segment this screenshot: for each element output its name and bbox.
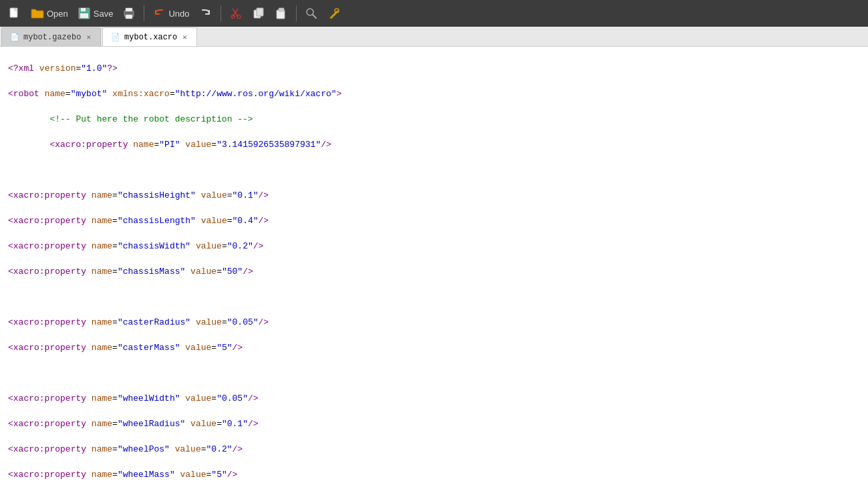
undo-label: Undo [168, 9, 189, 19]
tab-xacro-close[interactable]: ✕ [181, 33, 188, 41]
undo-icon [152, 7, 166, 20]
tab-gazebo-icon: 📄 [10, 33, 19, 41]
open-button[interactable]: Open [27, 4, 72, 23]
separator-2 [221, 5, 221, 21]
svg-rect-12 [279, 8, 284, 11]
tabs-bar: 📄 mybot.gazebo ✕ 📄 mybot.xacro ✕ [0, 27, 868, 47]
code-line-8: <xacro:property name="chassisWidth" valu… [0, 240, 868, 253]
toolbar: Open Save Undo [0, 0, 868, 27]
code-line-1: <?xml version="1.0"?> [0, 62, 868, 75]
copy-icon [252, 7, 265, 20]
separator-1 [144, 5, 144, 21]
svg-rect-5 [126, 8, 132, 11]
svg-line-14 [313, 15, 316, 18]
code-line-4: <xacro:property name="PI" value="3.14159… [0, 138, 868, 151]
tab-mybot-gazebo[interactable]: 📄 mybot.gazebo ✕ [1, 27, 101, 46]
save-label: Save [94, 9, 114, 19]
save-icon [78, 7, 91, 20]
tab-xacro-label: mybot.xacro [124, 33, 177, 42]
code-line-9: <xacro:property name="chassisMass" value… [0, 265, 868, 278]
folder-icon [31, 7, 44, 20]
open-label: Open [47, 9, 68, 19]
code-line-17: <xacro:property name="wheelMass" value="… [0, 468, 868, 481]
code-line-13 [0, 367, 868, 379]
code-line-11: <xacro:property name="casterRadius" valu… [0, 316, 868, 329]
tab-gazebo-label: mybot.gazebo [23, 33, 81, 42]
print-icon [122, 7, 136, 20]
code-line-3: <!-- Put here the robot description --> [0, 113, 868, 126]
cut-icon [229, 7, 243, 20]
svg-rect-3 [80, 13, 88, 18]
paste-icon [275, 7, 288, 20]
code-line-14: <xacro:property name="wheelWidth" value=… [0, 392, 868, 405]
editor[interactable]: <?xml version="1.0"?> <robot name="mybot… [0, 47, 868, 497]
svg-rect-6 [126, 15, 132, 19]
tools-icon [327, 7, 341, 20]
code-line-2: <robot name="mybot" xmlns:xacro="http://… [0, 88, 868, 100]
tab-mybot-xacro[interactable]: 📄 mybot.xacro ✕ [102, 27, 197, 46]
save-button[interactable]: Save [74, 4, 118, 23]
code-line-15: <xacro:property name="wheelRadius" value… [0, 418, 868, 430]
print-button[interactable] [118, 4, 140, 23]
paste-button[interactable] [271, 4, 292, 23]
cut-button[interactable] [225, 4, 247, 23]
tab-xacro-icon: 📄 [111, 33, 120, 41]
tools-button[interactable] [323, 4, 345, 23]
new-icon [8, 7, 21, 20]
find-button[interactable] [301, 4, 322, 23]
search-icon [305, 7, 318, 20]
code-line-12: <xacro:property name="casterMass" value=… [0, 341, 868, 354]
code-line-7: <xacro:property name="chassisLength" val… [0, 214, 868, 227]
separator-3 [296, 5, 297, 21]
new-button[interactable] [4, 4, 25, 23]
redo-icon [199, 7, 212, 20]
code-line-18 [0, 494, 868, 497]
tab-gazebo-close[interactable]: ✕ [85, 33, 92, 41]
code-line-6: <xacro:property name="chassisHeight" val… [0, 189, 868, 202]
code-line-10 [0, 291, 868, 303]
code-line-16: <xacro:property name="wheelPos" value="0… [0, 443, 868, 456]
copy-button[interactable] [248, 4, 269, 23]
redo-button[interactable] [195, 4, 216, 23]
undo-button[interactable]: Undo [148, 4, 193, 23]
svg-rect-10 [257, 8, 263, 16]
code-line-5 [0, 164, 868, 176]
svg-rect-2 [81, 8, 86, 11]
